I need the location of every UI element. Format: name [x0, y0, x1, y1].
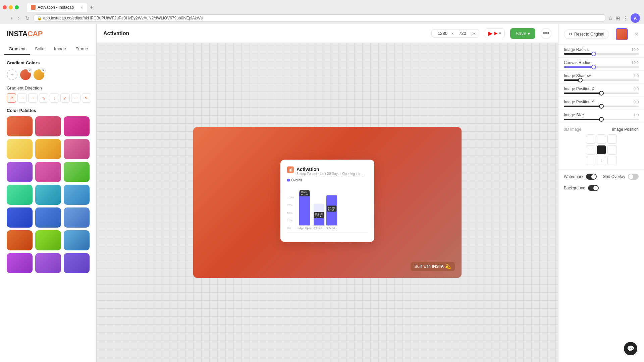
dir-btn-7[interactable]: ↖ [82, 93, 91, 103]
tab-favicon [31, 5, 36, 10]
palette-grid [7, 116, 90, 273]
panel-thumbnail [616, 28, 628, 40]
dir-btn-3[interactable]: ↘ [39, 93, 48, 103]
dir-btn-0[interactable]: ↗ [7, 93, 16, 103]
size-separator: x [451, 31, 454, 36]
pos-btn-bl[interactable] [586, 156, 595, 165]
pos-btn-tr[interactable] [607, 134, 617, 144]
pos-btn-mr[interactable]: — [607, 145, 617, 155]
image-shadow-track [564, 79, 639, 81]
forward-button[interactable]: › [16, 15, 21, 21]
browser-controls: ‹ › ↻ 🔒 app.instacap.co/editor/hkHPCBuPU… [0, 12, 644, 24]
palette-16[interactable] [7, 230, 33, 250]
image-position-tab[interactable]: Image Position [612, 127, 639, 132]
palette-13[interactable] [7, 207, 33, 228]
pos-btn-bc[interactable]: | [597, 156, 606, 165]
palette-21[interactable] [64, 253, 90, 273]
grid-overlay-label: Grid Overlay [603, 174, 625, 179]
save-button[interactable]: Save ▾ [510, 28, 535, 39]
color-remove-2[interactable]: ✕ [41, 68, 46, 73]
minimize-traffic-light[interactable] [9, 5, 13, 9]
panel-close-button[interactable]: ✕ [635, 32, 639, 37]
chat-button[interactable]: 💬 [624, 342, 637, 355]
dir-btn-6[interactable]: ← [71, 93, 80, 103]
browser-tabs: Activation - Instacap ✕ + [0, 0, 644, 12]
more-options-button[interactable]: ••• [541, 28, 551, 39]
add-color-button[interactable]: + [7, 69, 17, 80]
tab-gradient[interactable]: Gradient [4, 44, 30, 55]
image-pos-y-thumb[interactable] [599, 104, 604, 109]
pos-btn-tl[interactable] [586, 134, 595, 144]
canvas-radius-thumb[interactable] [591, 65, 596, 69]
back-button[interactable]: ‹ [9, 15, 14, 21]
svg-rect-0 [289, 170, 289, 172]
gradient-direction-title: Gradient Direction [7, 85, 90, 90]
user-avatar[interactable]: A [631, 13, 640, 23]
image-pos-y-fill [564, 106, 601, 107]
palette-1[interactable] [7, 116, 33, 136]
bookmark-button[interactable]: ☆ [608, 13, 613, 23]
palette-8[interactable] [35, 162, 61, 182]
active-browser-tab[interactable]: Activation - Instacap ✕ [27, 3, 87, 12]
image-size-fill [564, 119, 601, 120]
palette-15[interactable] [64, 207, 90, 228]
close-traffic-light[interactable] [3, 5, 7, 9]
palette-9[interactable] [64, 162, 90, 182]
pos-btn-br[interactable] [607, 156, 617, 165]
image-pos-x-slider-group: Image Position X 0.0 [558, 84, 644, 97]
yt-badge[interactable]: ▶ ▶ ▾ [485, 28, 505, 38]
palette-4[interactable] [7, 139, 33, 159]
width-input[interactable] [435, 31, 450, 36]
height-input[interactable] [455, 31, 470, 36]
image-shadow-thumb[interactable] [578, 78, 583, 82]
traffic-lights [3, 5, 19, 9]
palette-17[interactable] [35, 230, 61, 250]
more-options-button[interactable]: ⋮ [623, 13, 628, 23]
image-pos-x-thumb[interactable] [599, 91, 604, 96]
palette-3[interactable] [64, 116, 90, 136]
refresh-button[interactable]: ↻ [24, 15, 31, 21]
new-tab-button[interactable]: + [87, 4, 96, 11]
extensions-button[interactable]: ⊞ [615, 13, 620, 23]
palette-20[interactable] [35, 253, 61, 273]
palette-2[interactable] [35, 116, 61, 136]
watermark-label: Watermark [564, 174, 583, 179]
grid-overlay-toggle[interactable] [628, 174, 639, 180]
tab-title: Activation - Instacap [38, 5, 74, 10]
color-swatch-1-wrap: ✕ [20, 69, 31, 80]
pos-btn-tc[interactable] [597, 134, 606, 144]
palette-19[interactable] [7, 253, 33, 273]
reset-to-original-button[interactable]: ↺ Reset to Original [564, 29, 609, 39]
svg-rect-1 [290, 169, 291, 172]
dir-btn-5[interactable]: ↙ [60, 93, 70, 103]
image-size-thumb[interactable] [599, 117, 604, 122]
3d-image-tab[interactable]: 3D Image [564, 127, 581, 132]
palette-12[interactable] [64, 185, 90, 205]
image-radius-value: 10.0 [632, 48, 639, 52]
canvas-area[interactable]: Activation 3-step Funnel · Last 30 Days … [97, 43, 558, 362]
pos-btn-ml[interactable]: — [586, 145, 595, 155]
bar-2-bg: 19.21%6,539 [314, 204, 324, 226]
image-radius-thumb[interactable] [591, 52, 596, 56]
palette-14[interactable] [35, 207, 61, 228]
dir-btn-1[interactable]: → [17, 93, 27, 103]
tab-solid[interactable]: Solid [30, 44, 49, 55]
maximize-traffic-light[interactable] [15, 5, 19, 9]
palette-18[interactable] [64, 230, 90, 250]
address-bar[interactable]: 🔒 app.instacap.co/editor/hkHPCBuPUtWF2uP… [34, 14, 605, 22]
palette-7[interactable] [7, 162, 33, 182]
color-remove-1[interactable]: ✕ [28, 68, 32, 73]
pos-btn-mc[interactable] [597, 145, 606, 155]
background-toggle[interactable] [588, 185, 599, 191]
tab-frame[interactable]: Frame [71, 44, 93, 55]
bar-3-wrap: 87.4%5,716 [326, 190, 337, 226]
watermark-toggle[interactable] [586, 174, 597, 180]
tab-close-icon[interactable]: ✕ [80, 6, 83, 9]
tab-image[interactable]: Image [49, 44, 71, 55]
palette-5[interactable] [35, 139, 61, 159]
dir-btn-4[interactable]: ↓ [50, 93, 59, 103]
dir-btn-2[interactable]: → [28, 93, 38, 103]
palette-6[interactable] [64, 139, 90, 159]
palette-10[interactable] [7, 185, 33, 205]
palette-11[interactable] [35, 185, 61, 205]
